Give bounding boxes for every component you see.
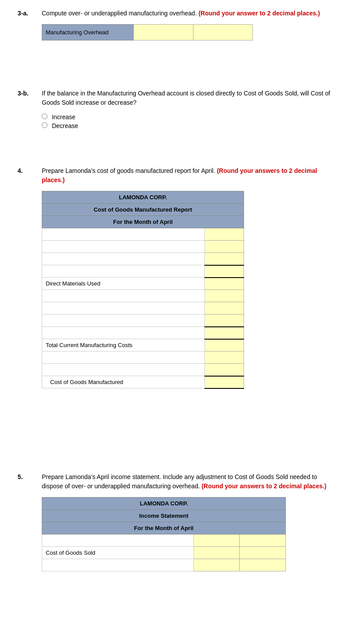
is-cogs-value1[interactable] <box>193 546 240 559</box>
income-statement-table: LAMONDA CORP. Income Statement For the M… <box>42 497 286 571</box>
cogm-total-current-label: Total Current Manufacturing Costs <box>42 339 205 351</box>
cogm-row-3-label <box>42 253 205 265</box>
manufacturing-overhead-table: Manufacturing Overhead <box>42 24 253 40</box>
is-header-row-1: LAMONDA CORP. <box>42 497 286 509</box>
cogm-row-4-value[interactable] <box>204 265 244 278</box>
cogm-total-current-value[interactable] <box>204 339 244 351</box>
mfg-overhead-input-2[interactable] <box>193 25 252 40</box>
is-row-3-input2[interactable] <box>243 562 282 568</box>
is-header-row-2: Income Statement <box>42 509 286 522</box>
cogm-row-8-input[interactable] <box>208 317 240 324</box>
label-3b: 3-b. <box>18 90 29 97</box>
label-4: 4. <box>18 167 23 174</box>
cogm-row-6-value[interactable] <box>204 290 244 302</box>
section-5: 5. Prepare Lamonda’s April income statem… <box>18 472 339 571</box>
cogm-input[interactable] <box>208 379 240 385</box>
radio-increase-text: Increase <box>52 113 76 121</box>
is-cogs-input1[interactable] <box>197 549 236 556</box>
section-5-title: Prepare Lamonda’s April income statement… <box>42 472 339 491</box>
spacer-2 <box>18 144 339 166</box>
cogm-row-10 <box>42 351 244 364</box>
section-3a-title: Compute over- or underapplied manufactur… <box>42 9 339 18</box>
label-5: 5. <box>18 473 23 480</box>
section-3a: 3-a. Compute over- or underapplied manuf… <box>18 9 339 40</box>
cogm-label: Cost of Goods Manufactured <box>42 376 205 388</box>
mfg-overhead-input-field-2[interactable] <box>197 29 249 36</box>
spacer-1 <box>18 54 339 89</box>
cogm-row-11-input[interactable] <box>208 366 240 373</box>
cogm-row-6-input[interactable] <box>208 293 240 299</box>
section-3b: 3-b. If the balance in the Manufacturing… <box>18 89 339 131</box>
cogm-row-2 <box>42 241 244 253</box>
is-title3: For the Month of April <box>42 522 286 534</box>
is-cogs-input2[interactable] <box>243 549 282 556</box>
is-row-cogs: Cost of Goods Sold <box>42 546 286 559</box>
cogm-row-7-value[interactable] <box>204 302 244 315</box>
is-row-1-input2[interactable] <box>243 537 282 544</box>
radio-decrease[interactable] <box>42 122 47 128</box>
spacer-3 <box>18 402 339 437</box>
is-row-3-input1[interactable] <box>197 562 236 568</box>
cogm-row-6 <box>42 290 244 302</box>
cogm-row-5-value[interactable] <box>204 278 244 290</box>
cogm-row-4-direct-materials <box>42 265 244 278</box>
cogm-row-3-input[interactable] <box>208 256 240 262</box>
cogm-row-6-label <box>42 290 205 302</box>
cogm-header-row-3: For the Month of April <box>42 216 244 228</box>
cogm-table: LAMONDA CORP. Cost of Goods Manufactured… <box>42 191 244 389</box>
cogm-row-1-label <box>42 228 205 241</box>
is-row-1-input1[interactable] <box>197 537 236 544</box>
cogm-row-2-input[interactable] <box>208 243 240 250</box>
mfg-overhead-input-1[interactable] <box>134 25 193 40</box>
cogm-row-3 <box>42 253 244 265</box>
radio-group-3b: Increase Decrease <box>42 113 339 129</box>
spacer-4 <box>18 437 339 472</box>
cogm-row-11-label <box>42 364 205 376</box>
is-row-1-value1[interactable] <box>193 534 240 546</box>
cogm-row-5-input[interactable] <box>208 280 240 287</box>
cogm-row-2-value[interactable] <box>204 241 244 253</box>
is-row-3 <box>42 559 286 571</box>
cogm-row-5: Direct Materials Used <box>42 278 244 290</box>
cogm-value[interactable] <box>204 376 244 388</box>
cogm-row-9-value[interactable] <box>204 327 244 339</box>
section-5-label: 5. <box>18 472 42 571</box>
is-row-1 <box>42 534 286 546</box>
cogm-row-7 <box>42 302 244 315</box>
cogm-row-9-label <box>42 327 205 339</box>
section-3a-content: Compute over- or underapplied manufactur… <box>42 9 339 40</box>
cogm-row-8 <box>42 315 244 327</box>
radio-decrease-label[interactable]: Decrease <box>42 122 339 129</box>
cogm-row-8-value[interactable] <box>204 315 244 327</box>
is-title1: LAMONDA CORP. <box>42 497 286 509</box>
cogm-row-4-input[interactable] <box>208 268 240 274</box>
is-row-3-value2[interactable] <box>240 559 286 571</box>
section-5-title-red: (Round your answers to 2 decimal places.… <box>201 483 326 490</box>
cogm-row-10-input[interactable] <box>208 354 240 361</box>
is-cogs-label: Cost of Goods Sold <box>42 546 194 559</box>
cogm-row-1-input[interactable] <box>208 231 240 238</box>
cogm-row-9-input[interactable] <box>208 329 240 336</box>
cogm-row-1-value[interactable] <box>204 228 244 241</box>
cogm-row-8-label <box>42 315 205 327</box>
radio-increase-label[interactable]: Increase <box>42 113 339 121</box>
cogm-total-current-input[interactable] <box>208 342 240 348</box>
cogm-row-10-value[interactable] <box>204 351 244 364</box>
radio-increase[interactable] <box>42 113 47 119</box>
section-4-label: 4. <box>18 166 42 389</box>
section-3b-title: If the balance in the Manufacturing Over… <box>42 89 339 107</box>
cogm-row-1 <box>42 228 244 241</box>
cogm-direct-materials-label: Direct Materials Used <box>42 278 205 290</box>
mfg-overhead-input-field-1[interactable] <box>137 29 189 36</box>
label-3a: 3-a. <box>18 10 28 17</box>
cogm-row-4-label <box>42 265 205 278</box>
is-header-row-3: For the Month of April <box>42 522 286 534</box>
is-row-3-value1[interactable] <box>193 559 240 571</box>
section-3b-label: 3-b. <box>18 89 42 131</box>
is-row-1-value2[interactable] <box>240 534 286 546</box>
cogm-row-11 <box>42 364 244 376</box>
cogm-row-11-value[interactable] <box>204 364 244 376</box>
cogm-row-3-value[interactable] <box>204 253 244 265</box>
is-cogs-value2[interactable] <box>240 546 286 559</box>
cogm-row-7-input[interactable] <box>208 305 240 311</box>
